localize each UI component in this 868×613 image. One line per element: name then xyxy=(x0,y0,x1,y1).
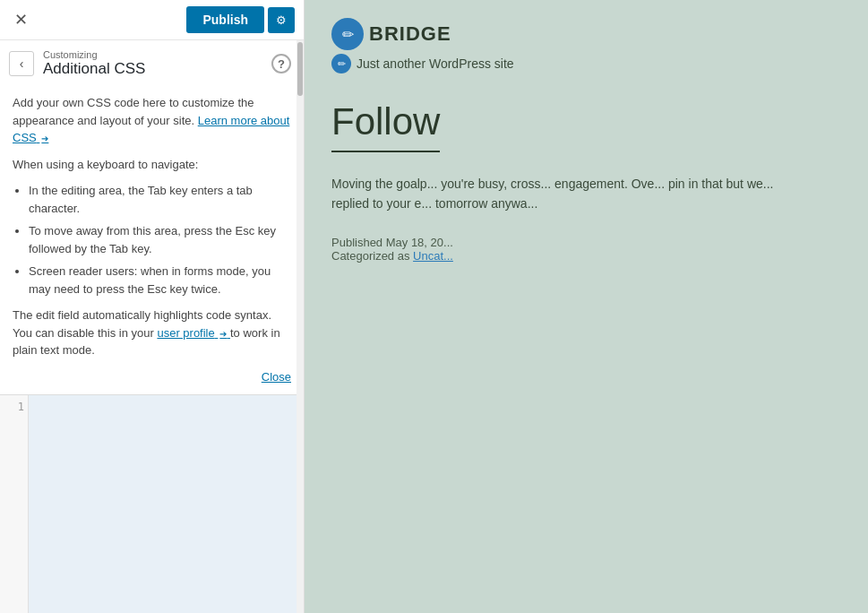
site-tagline: Just another WordPress site xyxy=(357,56,514,71)
section-header: ‹ Customizing Additional CSS ? xyxy=(0,40,304,83)
scroll-thumb[interactable] xyxy=(297,42,303,96)
site-logo-row: ✏ BRIDGE xyxy=(331,18,841,50)
list-item: Screen reader users: when in forms mode,… xyxy=(29,263,291,298)
close-info-link[interactable]: Close xyxy=(13,368,291,386)
css-textarea[interactable] xyxy=(29,395,304,613)
external-link-icon: ➔ xyxy=(41,134,48,143)
post-meta: Published May 18, 20... Categorized as U… xyxy=(331,236,841,263)
info-section: Add your own CSS code here to customize … xyxy=(0,83,304,394)
tagline-icon: ✏ xyxy=(331,54,351,73)
list-item: In the editing area, the Tab key enters … xyxy=(29,182,291,217)
back-button[interactable]: ‹ xyxy=(9,51,34,76)
post-body-preview: Moving the goalp... you're busy, cross..… xyxy=(331,174,779,214)
line-numbers-column: 1 xyxy=(0,395,29,613)
gear-button[interactable]: ⚙ xyxy=(268,7,295,33)
top-bar-left: ✕ xyxy=(9,8,33,31)
customizer-panel: ✕ Publish ⚙ ‹ Customizing Additional CSS… xyxy=(0,0,305,613)
help-button[interactable]: ? xyxy=(271,54,291,73)
site-logo-icon: ✏ xyxy=(331,18,364,50)
preview-panel: ✏ BRIDGE ✏ Just another WordPress site F… xyxy=(305,0,868,613)
code-editor-area[interactable]: 1 xyxy=(0,395,304,613)
post-title-preview: Follow xyxy=(331,100,440,152)
external-link-icon-2: ➔ xyxy=(219,329,227,339)
site-title: BRIDGE xyxy=(369,22,451,46)
section-title: Additional CSS xyxy=(43,60,145,77)
top-bar: ✕ Publish ⚙ xyxy=(0,0,304,40)
line-number: 1 xyxy=(0,401,24,413)
css-editor[interactable]: 1 xyxy=(0,394,304,613)
scrollbar[interactable] xyxy=(296,40,304,613)
keyboard-tips-list: In the editing area, the Tab key enters … xyxy=(29,182,291,298)
category-link[interactable]: Uncat... xyxy=(413,249,453,263)
close-customizer-button[interactable]: ✕ xyxy=(9,8,33,31)
preview-content: ✏ BRIDGE ✏ Just another WordPress site F… xyxy=(305,0,868,281)
site-tagline-row: ✏ Just another WordPress site xyxy=(331,54,841,73)
customizing-label: Customizing xyxy=(43,49,145,60)
publish-button[interactable]: Publish xyxy=(186,6,264,33)
user-profile-link[interactable]: user profile ➔ xyxy=(157,326,230,340)
section-titles: Customizing Additional CSS xyxy=(43,49,145,78)
category-line: Categorized as Uncat... xyxy=(331,249,841,263)
published-date: Published May 18, 20... xyxy=(331,236,841,249)
top-bar-right: Publish ⚙ xyxy=(186,6,295,33)
intro-text: Add your own CSS code here to customize … xyxy=(13,94,291,147)
list-item: To move away from this area, press the E… xyxy=(29,222,291,257)
keyboard-note: When using a keyboard to navigate: xyxy=(13,156,291,174)
edit-note: The edit field automatically highlights … xyxy=(13,306,291,359)
